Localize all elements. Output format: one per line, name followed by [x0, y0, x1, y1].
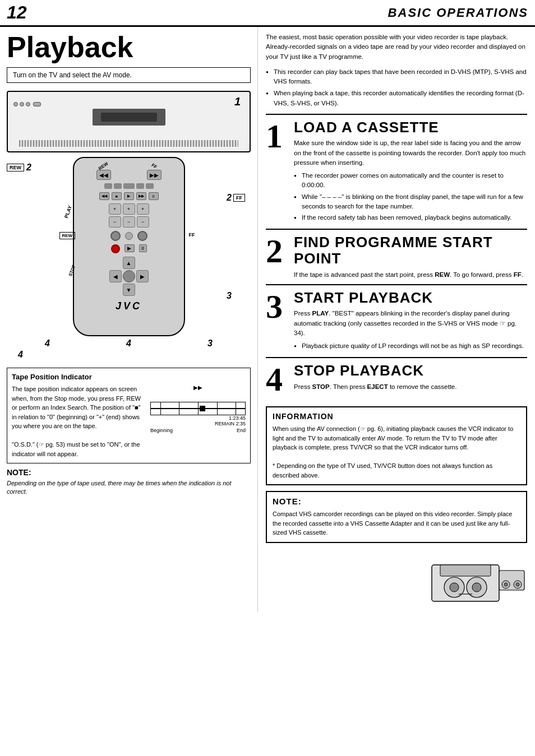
step-4-number: 4 [266, 363, 288, 396]
vhs-adapter-svg [426, 554, 527, 604]
step-1-bullet-2: While "– – – –" is blinking on the front… [294, 192, 527, 212]
step-2-number: 2 [266, 234, 288, 268]
play-diag-label: PLAY [63, 205, 72, 219]
step-label-1: 1 [234, 95, 241, 108]
step-label-3-remote: 3 [227, 291, 245, 301]
step-2-text: If the tape is advanced past the start p… [294, 270, 527, 280]
information-text: When using the AV connection (☞ pg. 6), … [273, 424, 520, 480]
note-title: NOTE: [7, 468, 251, 477]
step-1-section: 1 LOAD A CASSETTE Make sure the window s… [266, 114, 527, 229]
step-label-4-eject: 4 [18, 350, 23, 360]
tape-position-section: Tape Position Indicator The tape positio… [7, 368, 251, 463]
step-4-heading: STOP PLAYBACK [294, 363, 527, 379]
left-column: Playback Turn on the TV and select the A… [0, 27, 258, 613]
page-number: 12 [7, 2, 27, 23]
bottom-note: NOTE: Depending on the type of tape used… [7, 468, 251, 497]
note-box: NOTE: Compact VHS camcorder recordings c… [266, 491, 527, 543]
av-mode-instruction: Turn on the TV and select the AV mode. [7, 67, 251, 83]
intro-text: The easiest, most basic operation possib… [266, 33, 527, 62]
step-4-section: 4 STOP PLAYBACK Press STOP. Then press E… [266, 357, 527, 401]
remote-section: REW 2 REW ◀◀ FF ▶▶ [7, 157, 251, 360]
ff-label-remote: FF [189, 232, 195, 238]
information-title: INFORMATION [273, 412, 520, 421]
step-3-heading: START PLAYBACK [294, 290, 527, 306]
step-3-text: Press PLAY. "BEST" appears blinking in t… [294, 309, 527, 338]
svg-rect-1 [440, 565, 491, 576]
step-label-4-remote: 4 [45, 338, 50, 349]
step-2-heading: FIND PROGRAMME START POINT [294, 234, 527, 266]
step-1-heading: LOAD A CASSETTE [294, 119, 527, 136]
step-3-section: 3 START PLAYBACK Press PLAY. "BEST" appe… [266, 284, 527, 358]
step-1-content: LOAD A CASSETTE Make sure the window sid… [294, 119, 527, 225]
step-label-2-rew: 2 [26, 163, 31, 173]
bullet-item-1: This recorder can play back tapes that h… [266, 67, 527, 87]
step-2-content: FIND PROGRAMME START POINT If the tape i… [294, 234, 527, 279]
step-3-number: 3 [266, 290, 288, 323]
step-1-bullets: The recorder power comes on automaticall… [294, 171, 527, 222]
step-2-section: 2 FIND PROGRAMME START POINT If the tape… [266, 229, 527, 284]
step-label-3-play: 3 [207, 338, 213, 349]
tape-position-title: Tape Position Indicator [12, 373, 246, 381]
step-label-4-stop: 4 [126, 338, 131, 349]
svg-point-5 [472, 583, 481, 592]
step-1-text: Make sure the window side is up, the rea… [294, 138, 527, 168]
note-box-title: NOTE: [273, 497, 520, 506]
step-1-number: 1 [266, 119, 288, 153]
step-label-2-ff: 2 [227, 193, 232, 203]
information-box: INFORMATION When using the AV connection… [266, 406, 527, 485]
bullet-list: This recorder can play back tapes that h… [266, 67, 527, 108]
tape-position-description: The tape position indicator appears on s… [12, 384, 145, 458]
step-1-bullet-3: If the record safety tab has been remove… [294, 213, 527, 222]
step-3-bullet-1: Playback picture quality of LP recording… [294, 341, 527, 351]
jvc-logo: JVC [79, 300, 179, 312]
step-4-content: STOP PLAYBACK Press STOP. Then press EJE… [294, 363, 527, 392]
svg-point-3 [450, 583, 459, 592]
rew-label: REW [7, 164, 24, 171]
step-4-text: Press STOP. Then press EJECT to remove t… [294, 382, 527, 392]
page-title: Playback [7, 33, 251, 62]
step-3-content: START PLAYBACK Press PLAY. "BEST" appear… [294, 290, 527, 353]
right-column: The easiest, most basic operation possib… [258, 27, 535, 613]
note-text: Depending on the type of tape used, ther… [7, 479, 251, 497]
bullet-item-2: When playing back a tape, this recorder … [266, 89, 527, 108]
step-3-bullets: Playback picture quality of LP recording… [294, 341, 527, 351]
page-header: 12 BASIC OPERATIONS [0, 0, 535, 27]
vcr-top-illustration: 1 [7, 91, 251, 152]
tape-diagram: ▶▶ 1:23:45 REMAIN 2:35 [150, 384, 246, 458]
step-1-bullet-1: The recorder power comes on automaticall… [294, 171, 527, 191]
svg-point-9 [504, 583, 508, 586]
vhs-adapter-illustration [266, 551, 527, 607]
note-box-text: Compact VHS camcorder recordings can be … [273, 509, 520, 537]
section-title: BASIC OPERATIONS [388, 6, 528, 20]
svg-point-10 [516, 583, 519, 586]
